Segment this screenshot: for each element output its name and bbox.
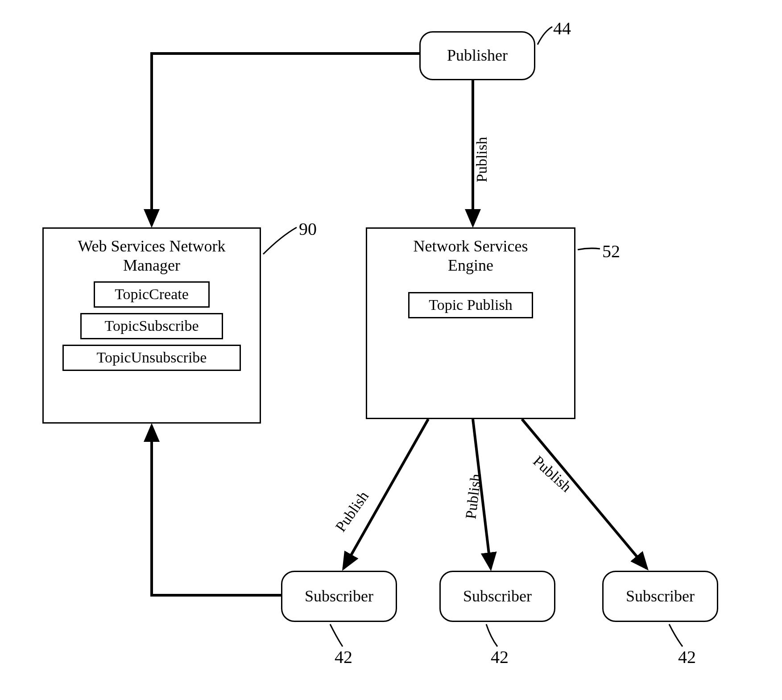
edge-label-publisher-nse: Publish [473,137,490,182]
nse-node: Network Services Engine Topic Publish [366,227,575,419]
leader-wsnm [263,227,297,254]
leader-nse [578,248,600,250]
arrow-nse-sub3 [522,419,647,568]
ref-publisher: 44 [553,18,571,39]
nse-op-topicpublish: Topic Publish [408,292,533,318]
ref-sub2: 42 [491,646,509,667]
wsnm-op-topicsubscribe: TopicSubscribe [80,313,223,339]
edge-label-nse-sub3: Publish [530,453,575,496]
ref-wsnm: 90 [299,218,317,239]
ref-sub3: 42 [678,646,696,667]
subscriber-1-label: Subscriber [305,587,373,606]
leader-sub3 [669,624,683,646]
subscriber-node-2: Subscriber [439,571,555,622]
nse-title: Network Services Engine [399,237,542,275]
arrow-publisher-wsnm [152,54,419,225]
leader-sub1 [330,624,343,646]
publisher-node: Publisher [419,31,535,80]
subscriber-node-3: Subscriber [602,571,718,622]
wsnm-title: Web Services Network Manager [67,237,236,275]
subscriber-3-label: Subscriber [626,587,695,606]
wsnm-op-topiccreate: TopicCreate [94,281,210,308]
leader-sub2 [486,624,497,646]
wsnm-op-topicunsubscribe: TopicUnsubscribe [62,345,241,371]
ref-sub1: 42 [335,646,352,667]
edge-label-nse-sub1: Publish [332,488,372,535]
ref-nse: 52 [602,241,620,262]
publisher-label: Publisher [447,46,508,65]
wsnm-node: Web Services Network Manager TopicCreate… [42,227,261,424]
subscriber-node-1: Subscriber [281,571,397,622]
subscriber-2-label: Subscriber [463,587,532,606]
edge-label-nse-sub2: Publish [462,473,484,520]
arrow-sub1-wsnm [152,426,281,595]
leader-publisher [538,27,552,45]
